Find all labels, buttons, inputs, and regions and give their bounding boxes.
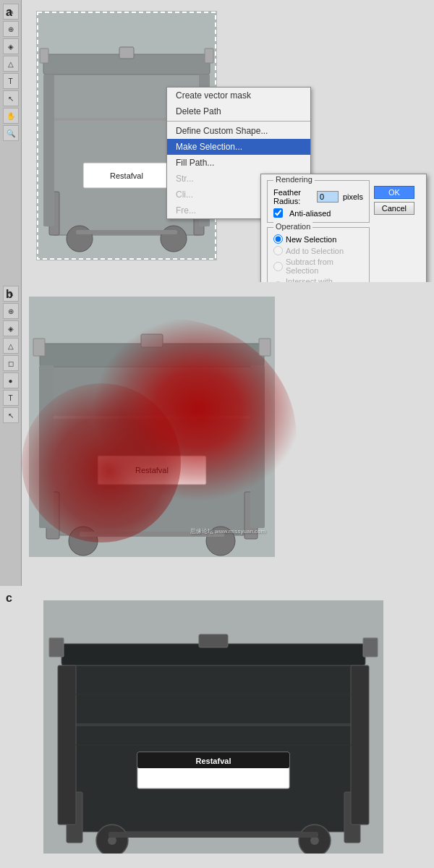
ok-button[interactable]: OK <box>374 186 414 199</box>
dumpster-image-b: Restafval <box>29 297 275 557</box>
svg-rect-28 <box>51 416 253 419</box>
svg-text:Restafval: Restafval <box>110 171 143 180</box>
menu-separator-1 <box>167 121 310 122</box>
tool-b-arrow[interactable]: ↖ <box>3 407 19 423</box>
menu-make-selection[interactable]: Make Selection... <box>167 139 310 155</box>
svg-rect-29 <box>39 365 54 528</box>
feather-label: Feather Radius: <box>273 188 312 205</box>
svg-rect-20 <box>141 334 163 347</box>
radio-new-selection-label: New Selection <box>286 235 336 244</box>
tool-select[interactable]: ⊕ <box>3 21 19 37</box>
svg-rect-32 <box>259 339 271 356</box>
radio-subtract-selection-input[interactable] <box>273 262 283 271</box>
radio-new-selection: New Selection <box>273 234 363 244</box>
radio-add-selection-input[interactable] <box>273 246 283 255</box>
svg-rect-30 <box>250 365 265 528</box>
radio-add-selection: Add to Selection <box>273 246 363 255</box>
anti-aliased-label: Anti-aliased <box>289 209 331 218</box>
dialog-buttons: OK Cancel <box>374 186 414 215</box>
toolbar-b: ✎ ⊕ ◈ △ ◻ ● T ↖ <box>0 282 22 586</box>
svg-rect-36 <box>199 634 228 647</box>
section-a-label: a <box>6 6 12 19</box>
anti-aliased-checkbox[interactable] <box>273 208 283 218</box>
tool-b-text[interactable]: T <box>3 390 19 406</box>
radio-intersect-selection: Intersect with Selection <box>273 277 363 282</box>
svg-rect-50 <box>49 638 64 657</box>
watermark: 思缘论坛 www.missyuan.com <box>190 527 265 535</box>
toolbar-a: ✎ ⊕ ◈ △ T ↖ ✋ 🔍 <box>0 0 22 282</box>
svg-rect-8 <box>76 230 177 234</box>
tool-zoom[interactable]: 🔍 <box>3 125 19 141</box>
radio-add-selection-label: Add to Selection <box>286 247 344 255</box>
tool-arrow[interactable]: ↖ <box>3 90 19 106</box>
svg-rect-34 <box>72 662 354 832</box>
menu-define-custom-shape[interactable]: Define Custom Shape... <box>167 123 310 139</box>
rendering-title: Rendering <box>273 175 315 184</box>
section-b: b ✎ ⊕ ◈ △ ◻ ● T ↖ Restafval <box>0 282 434 586</box>
tool-triangle[interactable]: △ <box>3 56 19 72</box>
section-a: a ✎ ⊕ ◈ △ T ↖ ✋ 🔍 Restafval <box>0 0 434 282</box>
svg-rect-47 <box>72 723 354 726</box>
rendering-section: Rendering Feather Radius: pixels Anti-al… <box>267 180 370 223</box>
anti-aliased-row: Anti-aliased <box>273 208 363 218</box>
make-selection-dialog: OK Cancel Rendering Feather Radius: pixe… <box>260 174 427 282</box>
radio-subtract-selection: Subtract from Selection <box>273 258 363 275</box>
section-c-label: c <box>6 592 12 605</box>
dumpster-image-c: Restafval <box>43 600 383 854</box>
svg-rect-15 <box>205 48 213 63</box>
svg-point-25 <box>69 527 98 556</box>
cancel-button[interactable]: Cancel <box>374 202 414 215</box>
section-b-label: b <box>6 288 13 301</box>
svg-text:Restafval: Restafval <box>135 466 169 475</box>
radio-intersect-selection-input[interactable] <box>273 281 283 283</box>
svg-rect-51 <box>363 638 378 657</box>
tool-shape[interactable]: ◈ <box>3 38 19 54</box>
svg-rect-3 <box>119 47 134 59</box>
svg-rect-31 <box>33 339 45 356</box>
radio-subtract-selection-label: Subtract from Selection <box>286 258 363 275</box>
tool-b-select[interactable]: ⊕ <box>3 303 19 319</box>
radio-intersect-selection-label: Intersect with Selection <box>286 277 363 282</box>
svg-rect-12 <box>43 75 54 226</box>
svg-rect-18 <box>51 362 253 535</box>
operation-title: Operation <box>273 222 312 231</box>
tool-text[interactable]: T <box>3 73 19 89</box>
menu-create-vector-mask[interactable]: Create vector mask <box>167 88 310 103</box>
radio-new-selection-input[interactable] <box>273 234 283 244</box>
svg-text:Restafval: Restafval <box>196 757 231 765</box>
svg-rect-46 <box>109 832 318 838</box>
menu-fill-path[interactable]: Fill Path... <box>167 155 310 171</box>
tool-b-fill[interactable]: △ <box>3 338 19 354</box>
feather-row: Feather Radius: pixels <box>273 188 363 205</box>
feather-unit: pixels <box>343 192 363 201</box>
menu-delete-path[interactable]: Delete Path <box>167 103 310 119</box>
tool-hand[interactable]: ✋ <box>3 108 19 124</box>
tool-b-eraser[interactable]: ◻ <box>3 355 19 371</box>
feather-input[interactable] <box>317 191 339 203</box>
section-c: c Restafval <box>0 586 434 868</box>
tool-b-blur[interactable]: ● <box>3 373 19 388</box>
svg-point-6 <box>67 226 93 252</box>
operation-section: Operation New Selection Add to Selection… <box>267 227 370 282</box>
canvas-b: Restafval 思缘论坛 www.missyuan.com <box>22 282 434 586</box>
svg-point-7 <box>161 226 187 252</box>
svg-rect-14 <box>40 48 48 63</box>
canvas-c: Restafval <box>0 586 434 868</box>
canvas-a: Restafval Create vector mask Delete Path <box>22 0 434 282</box>
tool-b-shape[interactable]: ◈ <box>3 320 19 336</box>
